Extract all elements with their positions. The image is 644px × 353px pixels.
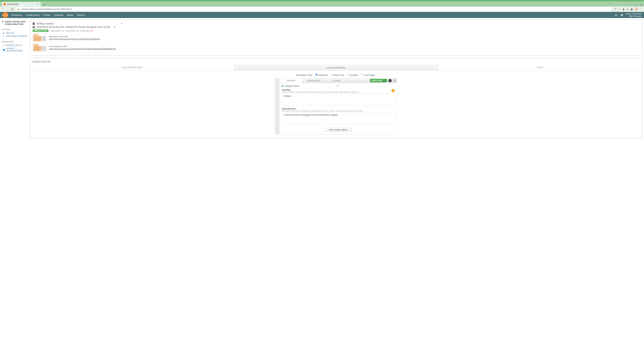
ext1-icon[interactable]: ◉ bbox=[622, 8, 624, 10]
profile-avatar-icon[interactable] bbox=[635, 8, 638, 11]
content-area: Writing Tutorial ✎ 23/05/2022 00:00:00 (… bbox=[29, 18, 644, 142]
menu-icon[interactable]: ⋮ bbox=[640, 8, 642, 10]
extensions-icon[interactable]: ✦ bbox=[626, 8, 628, 10]
registration-thumb bbox=[33, 34, 46, 42]
nav-channels[interactable]: Channels bbox=[54, 14, 64, 16]
heading-hint: Title to be shown in auditorium (4000 ch… bbox=[282, 91, 395, 93]
description-hint: Body text to be shown in auditorium (400… bbox=[282, 110, 395, 112]
radio-simulive[interactable] bbox=[347, 74, 350, 76]
reload-button[interactable]: ⟳ bbox=[11, 8, 14, 11]
ext2-icon[interactable]: ▣ bbox=[630, 8, 633, 10]
nav-events[interactable]: Events bbox=[44, 14, 50, 16]
sidebar-add-session[interactable]: ✔ ADD EVENT SESSION bbox=[2, 35, 28, 38]
sidebar-title: ⚙ EVENT SETUP AND CONFIGURATION bbox=[2, 20, 28, 25]
sidebar-link-label: REPORT SETUP bbox=[6, 44, 22, 46]
window-minimize-icon[interactable]: — bbox=[629, 4, 632, 6]
sidebar-delete[interactable]: 🗑 DELETE bbox=[2, 32, 28, 35]
heading-input[interactable] bbox=[282, 94, 395, 106]
heading-label: HEADING bbox=[282, 89, 395, 91]
sidebar-link-label: DELETE bbox=[6, 32, 14, 34]
event-setup-panel: EVENT SETUP REGISTRATION FORM EVENT EXPE… bbox=[30, 58, 642, 138]
nav-create-events[interactable]: Create Events bbox=[26, 14, 40, 16]
presentation-type-row: Presentation Type Interactive Slides Onl… bbox=[35, 74, 638, 76]
window-controls: — ☐ ✕ bbox=[629, 4, 644, 6]
registration-url-row: Registration Form URL https://www.workca… bbox=[33, 34, 640, 42]
subtab-presenters[interactable]: PRESENTERS bbox=[302, 78, 325, 83]
nav-dashboard[interactable]: Dashboard bbox=[11, 14, 22, 16]
sidebar-section-actions: ACTIONS bbox=[2, 28, 28, 31]
app-top-nav: WorkCast Dashboard Create Events Events … bbox=[0, 12, 644, 18]
content-sub-body: Writing Tutorial ✎ ? HEADING Title to be… bbox=[280, 83, 397, 134]
tab-close-icon[interactable]: × bbox=[36, 3, 39, 5]
auditorium-url-link[interactable]: https://www.workcast.com/?cpak=254373511… bbox=[49, 48, 116, 50]
pres-type-simulive[interactable]: Simulive bbox=[347, 74, 358, 76]
subtab-extras[interactable]: EXTRAS bbox=[325, 78, 348, 83]
event-header-panel: Writing Tutorial ✎ 23/05/2022 00:00:00 (… bbox=[30, 20, 642, 56]
tab-title: Event Detail bbox=[7, 3, 36, 5]
description-input[interactable] bbox=[282, 113, 395, 124]
pres-type-livestream[interactable]: Live Stream bbox=[361, 74, 375, 76]
browser-tabs: Event Detail × + — ☐ ✕ bbox=[0, 1, 644, 6]
presentation-type-label: Presentation Type bbox=[296, 74, 312, 76]
auditorium-url-row: Event Auditorium URL https://www.workcas… bbox=[33, 43, 640, 52]
info-icon[interactable]: i bbox=[388, 79, 392, 82]
event-setup-header: EVENT SETUP bbox=[33, 60, 640, 63]
registration-url-link[interactable]: https://www.workcast.com/register?cpak=2… bbox=[49, 38, 100, 40]
description-label: DESCRIPTION 1 bbox=[282, 108, 395, 110]
url-bar[interactable]: 🔒 secure.workcast.com/eventDetail.aspx?c… bbox=[16, 7, 612, 11]
tab-event-experience[interactable]: EVENT EXPERIENCE bbox=[234, 65, 438, 70]
back-button[interactable]: ← bbox=[2, 8, 4, 11]
run-event-button[interactable]: RUN EVENT + bbox=[370, 79, 387, 82]
window-close-icon[interactable]: ✕ bbox=[640, 4, 642, 6]
bookmark-icon[interactable]: ☆ bbox=[618, 8, 620, 10]
session-row: Writing Tutorial ✎ bbox=[282, 85, 395, 87]
tab-body: Presentation Type Interactive Slides Onl… bbox=[33, 70, 640, 136]
confirmation-kv: Confirmation: Yes bbox=[50, 30, 64, 32]
pres-type-slides[interactable]: Slides Only bbox=[331, 74, 344, 76]
radio-livestream[interactable] bbox=[361, 74, 364, 76]
user-icon[interactable] bbox=[614, 13, 617, 16]
edit-title-icon[interactable]: ✎ bbox=[121, 22, 123, 25]
sidebar-manage-registrations[interactable]: 👥 MANAGE REGISTRATIONS bbox=[2, 47, 28, 52]
edit-date-icon[interactable]: ✎ bbox=[114, 26, 116, 28]
edit-session-icon[interactable]: ✎ bbox=[337, 85, 338, 87]
radio-interactive[interactable] bbox=[315, 74, 318, 76]
pres-type-interactive[interactable]: Interactive bbox=[315, 74, 328, 76]
svg-rect-3 bbox=[34, 26, 35, 26]
sidebar-link-label: ADD EVENT SESSION bbox=[6, 35, 28, 37]
postevent-kv: Post Event: No bbox=[80, 30, 93, 32]
sidebar-report-setup[interactable]: 📈 REPORT SETUP bbox=[2, 44, 28, 47]
share-icon[interactable]: ⇪ bbox=[614, 8, 616, 10]
help-icon[interactable]: ? bbox=[392, 89, 395, 92]
show-further-options-button[interactable]: Show further options bbox=[325, 128, 352, 132]
emails-active-badge: EMAILS ACTIVE bbox=[33, 29, 48, 32]
window-maximize-icon[interactable]: ☐ bbox=[635, 4, 637, 6]
emails-status-row: EMAILS ACTIVE Confirmation: Yes Reminder… bbox=[33, 29, 640, 32]
sidebar-link-label: MANAGE REGISTRATIONS bbox=[6, 47, 28, 52]
tab-registration-form[interactable]: REGISTRATION FORM bbox=[30, 65, 234, 70]
nav-media[interactable]: Media bbox=[67, 14, 73, 16]
browser-toolbar: ← → ⟳ 🔒 secure.workcast.com/eventDetail.… bbox=[0, 6, 644, 12]
setup-main-tabs: REGISTRATION FORM EVENT EXPERIENCE EMAIL… bbox=[30, 65, 642, 70]
svg-point-0 bbox=[616, 14, 616, 15]
tab-emails[interactable]: EMAILS bbox=[438, 65, 642, 70]
radio-slides[interactable] bbox=[331, 74, 333, 76]
registration-url-label: Registration Form URL bbox=[49, 35, 100, 37]
svg-rect-2 bbox=[33, 26, 33, 26]
subtab-content[interactable]: CONTENT bbox=[280, 78, 302, 83]
trash-icon: 🗑 bbox=[3, 32, 5, 34]
gear-small-icon: ⚙ bbox=[2, 20, 4, 25]
browser-tab[interactable]: Event Detail × bbox=[2, 2, 41, 6]
sidebar-section-reporting: REPORTING bbox=[2, 41, 28, 43]
gear-icon[interactable] bbox=[620, 13, 623, 16]
document-icon[interactable] bbox=[393, 79, 396, 82]
nav-reports[interactable]: Reports bbox=[77, 14, 85, 16]
app-logo[interactable]: WorkCast bbox=[2, 12, 8, 18]
new-tab-button[interactable]: + bbox=[42, 3, 47, 6]
sidebar-title-text: EVENT SETUP AND CONFIGURATION bbox=[5, 20, 28, 25]
forward-button[interactable]: → bbox=[6, 8, 9, 11]
users-icon: 👥 bbox=[3, 49, 5, 51]
calendar-icon bbox=[33, 26, 35, 28]
lock-icon: 🔒 bbox=[18, 8, 20, 10]
auditorium-url-label: Event Auditorium URL bbox=[49, 45, 116, 47]
